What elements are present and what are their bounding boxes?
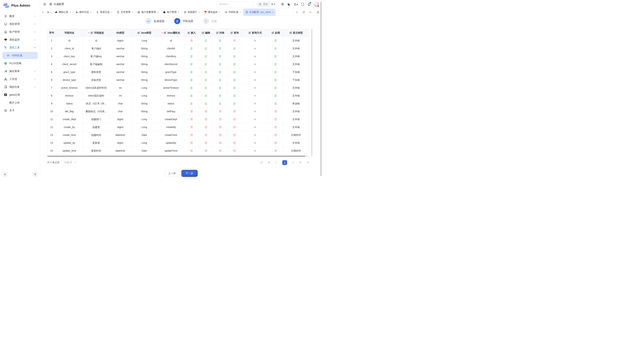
cell-required-flag[interactable]: 否 — [268, 131, 283, 139]
cell-list-flag[interactable]: 是 — [213, 45, 227, 52]
cell-column-name[interactable]: client_secret — [56, 60, 83, 68]
close-icon[interactable] — [90, 11, 92, 13]
language-icon[interactable]: 文A — [294, 3, 298, 5]
cell-java-property[interactable]: id — [158, 37, 184, 45]
cell-description[interactable]: 授权类型 — [83, 68, 110, 76]
cell-column-name[interactable]: del_flag — [56, 108, 83, 115]
cell-edit-flag[interactable]: 是 — [199, 37, 213, 45]
cell-description[interactable]: 更新者 — [83, 139, 110, 147]
cell-list-flag[interactable]: 是 — [213, 100, 227, 108]
cell-query-flag[interactable]: 否 — [227, 37, 242, 45]
cell-edit-flag[interactable]: 否 — [199, 139, 213, 147]
tabs-scroll-left-button[interactable] — [40, 8, 46, 16]
cell-display-type[interactable]: 文本框 — [283, 60, 309, 68]
edit-column-icon[interactable] — [289, 31, 292, 34]
cell-query-flag[interactable]: 是 — [227, 100, 242, 108]
cell-description[interactable]: token活跃超时时间 — [83, 84, 110, 92]
cell-java-property[interactable]: clientId — [158, 45, 184, 52]
cell-java-property[interactable]: timeout — [158, 92, 184, 100]
cell-insert-flag[interactable]: 是 — [184, 100, 199, 108]
cell-java-property[interactable]: activeTimeout — [158, 84, 184, 92]
cell-required-flag[interactable]: 否 — [268, 123, 283, 131]
tab-notice[interactable]: 通知公告 — [52, 8, 73, 16]
edit-column-icon[interactable] — [187, 31, 190, 34]
close-icon[interactable] — [111, 11, 112, 13]
cell-java-property[interactable]: createBy — [158, 123, 184, 131]
tenant-select-input[interactable] — [217, 1, 254, 7]
prev-page-button[interactable] — [275, 161, 278, 164]
cell-list-flag[interactable]: 是 — [213, 84, 227, 92]
sidebar-item-system-tools[interactable]: 系统工具 — [2, 44, 38, 51]
cell-query-method[interactable]: = — [242, 68, 268, 76]
cell-list-flag[interactable]: 是 — [213, 37, 227, 45]
cell-required-flag[interactable]: 是 — [268, 45, 283, 52]
cell-java-property[interactable]: clientKey — [158, 52, 184, 60]
tabs-scroll-right-button[interactable] — [294, 8, 300, 16]
cell-description[interactable]: 客户端秘钥 — [83, 60, 110, 68]
cell-description[interactable]: 客户端id — [83, 45, 110, 52]
edit-column-icon[interactable] — [137, 31, 140, 34]
edit-column-icon[interactable] — [90, 31, 93, 34]
cell-query-flag[interactable]: 否 — [227, 115, 242, 123]
cell-query-flag[interactable]: 是 — [227, 76, 242, 84]
cell-edit-flag[interactable]: 否 — [199, 123, 213, 131]
cell-required-flag[interactable]: 是 — [268, 76, 283, 84]
cell-java-type[interactable]: String — [131, 52, 158, 60]
cell-column-name[interactable]: timeout — [56, 92, 83, 100]
cell-edit-flag[interactable]: 是 — [199, 60, 213, 68]
cell-required-flag[interactable]: 否 — [268, 147, 283, 155]
forward-five-pages-button[interactable] — [299, 161, 302, 164]
sidebar-item-test-menu[interactable]: 测试菜单 — [2, 68, 38, 75]
cell-column-name[interactable]: client_key — [56, 52, 83, 60]
cell-query-flag[interactable]: 否 — [227, 139, 242, 147]
cell-java-type[interactable]: Long — [131, 37, 158, 45]
cell-java-type[interactable]: String — [131, 60, 158, 68]
cell-query-flag[interactable]: 是 — [227, 60, 242, 68]
cell-display-type[interactable]: 文本框 — [283, 52, 309, 60]
cell-list-flag[interactable]: 否 — [213, 115, 227, 123]
cell-required-flag[interactable]: 是 — [268, 68, 283, 76]
cell-java-type[interactable]: String — [131, 76, 158, 84]
cell-required-flag[interactable]: 是 — [268, 92, 283, 100]
cell-query-flag[interactable]: 是 — [227, 45, 242, 52]
close-icon[interactable] — [50, 11, 52, 13]
cell-list-flag[interactable]: 否 — [213, 123, 227, 131]
sidebar-item-gitee-records[interactable]: gitee记录 — [2, 91, 38, 98]
cell-column-name[interactable]: active_timeout — [56, 84, 83, 92]
scrollbar-thumb[interactable] — [47, 156, 305, 157]
sidebar-item-image-upload[interactable]: 图片上传 — [2, 99, 38, 106]
bell-icon[interactable] — [307, 2, 311, 6]
tab-tenant-package[interactable]: 租户套餐管理 — [135, 8, 161, 16]
cell-insert-flag[interactable]: 是 — [184, 68, 199, 76]
cell-java-type[interactable]: Date — [131, 131, 158, 139]
cell-description[interactable]: 设备类型 — [83, 76, 110, 84]
global-search-button[interactable]: 搜索 ⌘ K — [256, 1, 278, 7]
back-five-pages-button[interactable] — [268, 161, 270, 164]
sidebar-item-workflow[interactable]: 工作流 — [2, 75, 38, 83]
current-page-button[interactable]: 1 — [282, 160, 287, 165]
gear-icon[interactable] — [281, 2, 284, 6]
cell-display-type[interactable]: 文本框 — [283, 92, 309, 100]
cell-display-type[interactable]: 文本框 — [283, 108, 309, 115]
edit-column-icon[interactable] — [164, 31, 166, 34]
cell-description[interactable]: 客户端key — [83, 52, 110, 60]
cell-display-type[interactable]: 下拉框 — [283, 76, 309, 84]
cell-query-method[interactable]: = — [242, 45, 268, 52]
table-horizontal-scrollbar[interactable] — [47, 156, 309, 157]
cell-java-type[interactable]: Date — [131, 147, 158, 155]
tab-code-generation[interactable]: 代码生成 — [222, 8, 243, 16]
dark-mode-moon-icon[interactable] — [287, 2, 291, 6]
close-icon[interactable] — [178, 11, 179, 13]
cell-insert-flag[interactable]: 否 — [184, 37, 199, 45]
cell-insert-flag[interactable]: 是 — [184, 60, 199, 68]
cell-column-name[interactable]: id — [56, 37, 83, 45]
cell-display-type[interactable]: 文本框 — [283, 84, 309, 92]
cell-description[interactable]: id — [83, 37, 110, 45]
cell-java-property[interactable]: clientSecret — [158, 60, 184, 68]
cell-query-method[interactable]: = — [242, 60, 268, 68]
cell-query-method[interactable]: = — [242, 123, 268, 131]
edit-column-icon[interactable] — [271, 31, 274, 34]
table-vertical-scrollbar[interactable] — [311, 29, 312, 156]
cell-query-method[interactable]: = — [242, 92, 268, 100]
cell-list-flag[interactable]: 否 — [213, 139, 227, 147]
